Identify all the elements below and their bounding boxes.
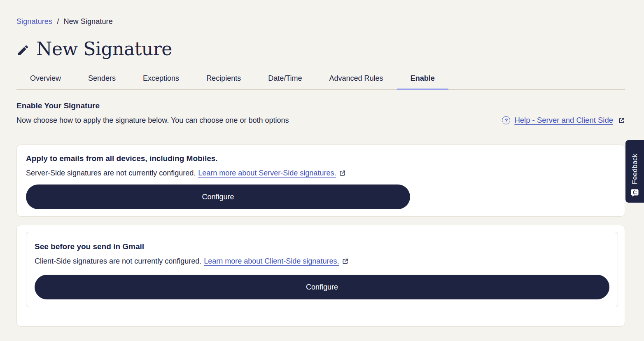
server-side-card-title: Apply to emails from all devices, includ… bbox=[26, 154, 616, 163]
tab-bar: Overview Senders Exceptions Recipients D… bbox=[16, 70, 625, 90]
tab-enable[interactable]: Enable bbox=[397, 70, 448, 89]
client-side-card-title: See before you send in Gmail bbox=[35, 242, 609, 251]
server-side-learn-more-link[interactable]: Learn more about Server-Side signatures. bbox=[198, 169, 336, 178]
client-side-learn-more-link[interactable]: Learn more about Client-Side signatures. bbox=[204, 257, 339, 266]
server-side-status-text: Server-Side signatures are not currently… bbox=[26, 169, 196, 178]
feedback-smiley-icon bbox=[630, 189, 639, 197]
external-link-icon bbox=[342, 258, 349, 265]
breadcrumb: Signatures / New Signature bbox=[16, 17, 625, 26]
breadcrumb-current: New Signature bbox=[63, 17, 112, 26]
tab-exceptions[interactable]: Exceptions bbox=[129, 70, 193, 89]
server-side-configure-button[interactable]: Configure bbox=[26, 185, 410, 209]
breadcrumb-separator: / bbox=[57, 17, 59, 26]
description-row: Now choose how to apply the signature be… bbox=[16, 116, 625, 125]
client-side-card: See before you send in Gmail Client-Side… bbox=[16, 225, 625, 327]
help-link[interactable]: ? Help - Server and Client Side bbox=[502, 116, 625, 125]
server-side-card: Apply to emails from all devices, includ… bbox=[16, 145, 625, 217]
breadcrumb-link-signatures[interactable]: Signatures bbox=[16, 17, 52, 26]
tab-recipients[interactable]: Recipients bbox=[193, 70, 254, 89]
client-side-configure-button[interactable]: Configure bbox=[35, 275, 609, 299]
tab-overview[interactable]: Overview bbox=[16, 70, 75, 89]
help-circle-icon: ? bbox=[502, 116, 510, 124]
client-side-status-text: Client-Side signatures are not currently… bbox=[35, 257, 201, 266]
enable-section-heading: Enable Your Signature bbox=[16, 101, 625, 110]
tab-advanced-rules[interactable]: Advanced Rules bbox=[316, 70, 397, 89]
tab-senders[interactable]: Senders bbox=[75, 70, 129, 89]
page-title-row: New Signature bbox=[16, 38, 625, 59]
client-side-status: Client-Side signatures are not currently… bbox=[35, 257, 609, 266]
page-title: New Signature bbox=[36, 38, 172, 59]
client-side-inner-card: See before you send in Gmail Client-Side… bbox=[26, 232, 618, 307]
help-link-label: Help - Server and Client Side bbox=[514, 116, 613, 125]
external-link-icon bbox=[618, 117, 625, 124]
tab-date-time[interactable]: Date/Time bbox=[254, 70, 315, 89]
main-content: Signatures / New Signature New Signature… bbox=[16, 0, 625, 327]
enable-section-description: Now choose how to apply the signature be… bbox=[16, 116, 289, 125]
pencil-icon bbox=[16, 44, 30, 57]
feedback-tab[interactable]: Feedback bbox=[625, 140, 644, 203]
feedback-tab-label: Feedback bbox=[631, 154, 639, 184]
server-side-status: Server-Side signatures are not currently… bbox=[26, 169, 616, 178]
external-link-icon bbox=[339, 170, 346, 177]
